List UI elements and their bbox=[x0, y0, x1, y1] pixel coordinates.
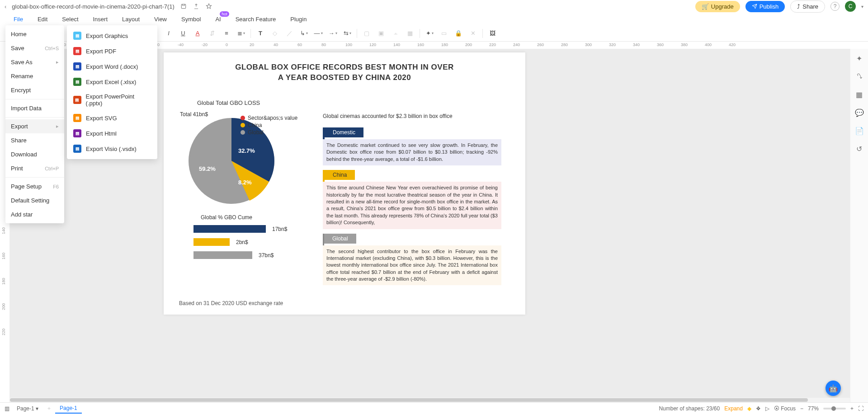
layer-button-2[interactable]: ▣ bbox=[376, 28, 386, 38]
file-menu-save[interactable]: SaveCtrl+S bbox=[5, 41, 64, 55]
legend-china: China bbox=[248, 122, 262, 128]
page-tab-active[interactable]: Page-1 bbox=[55, 404, 82, 414]
share-label: Share bbox=[802, 3, 818, 10]
italic-button[interactable]: I bbox=[164, 28, 174, 38]
layer-button-1[interactable]: ▢ bbox=[362, 28, 372, 38]
right-column: Global cinemas accounted for $2.3 billio… bbox=[323, 113, 501, 290]
underline-button[interactable]: U bbox=[178, 28, 188, 38]
menu-edit[interactable]: Edit bbox=[38, 16, 47, 23]
avatar[interactable]: C bbox=[845, 1, 856, 12]
pie-label-china: 8.2% bbox=[238, 179, 252, 186]
menu-view[interactable]: View bbox=[154, 16, 167, 23]
publish-button[interactable]: Publish bbox=[745, 1, 785, 12]
file-menu-encrypt[interactable]: Encrypt bbox=[5, 83, 64, 97]
right-heading: Global cinemas accounted for $2.3 billio… bbox=[323, 113, 501, 119]
star-icon[interactable] bbox=[205, 3, 212, 10]
pie-title: Global Total GBO LOSS bbox=[197, 99, 260, 106]
back-icon[interactable]: ‹ bbox=[5, 3, 6, 10]
file-menu-default-setting[interactable]: Default Setting bbox=[5, 193, 64, 207]
align-obj-button[interactable]: ⫠ bbox=[391, 28, 401, 38]
export-export-html[interactable]: ▤Export Html bbox=[67, 126, 157, 141]
file-menu-download[interactable]: Download bbox=[5, 147, 64, 161]
export-export-graphics[interactable]: ▤Export Graphics bbox=[67, 28, 157, 43]
file-menu-export[interactable]: Export▸ bbox=[5, 119, 64, 133]
panel-toggle-icon[interactable]: ⭛ bbox=[854, 71, 864, 81]
export-export-visio-vsdx-[interactable]: ▤Export Visio (.vsdx) bbox=[67, 141, 157, 156]
export-export-svg[interactable]: ▤Export SVG bbox=[67, 110, 157, 126]
page-content[interactable]: GLOBAL BOX OFFICE RECORDS BEST MONTH IN … bbox=[164, 52, 525, 315]
menu-layout[interactable]: Layout bbox=[122, 16, 140, 23]
history-icon[interactable]: ↺ bbox=[854, 144, 864, 154]
line-dash-button[interactable]: → bbox=[328, 28, 338, 38]
align-vert-button[interactable]: ⇵ bbox=[207, 28, 217, 38]
lock-button[interactable]: 🔒 bbox=[453, 28, 463, 38]
menu-ai[interactable]: AIhot bbox=[215, 16, 221, 23]
export-icon[interactable] bbox=[193, 3, 200, 10]
menu-plugin[interactable]: Plugin bbox=[290, 16, 307, 23]
h-scrollbar[interactable] bbox=[10, 398, 850, 402]
fullscreen-icon[interactable]: ⛶ bbox=[858, 405, 863, 412]
comment-icon[interactable]: 💬 bbox=[854, 108, 864, 118]
focus-toggle[interactable]: ⦿ Focus bbox=[774, 405, 796, 412]
text-tool-button[interactable]: T bbox=[255, 28, 265, 38]
doc-icon[interactable]: 📄 bbox=[854, 126, 864, 136]
file-menu-share[interactable]: Share bbox=[5, 133, 64, 147]
file-menu-rename[interactable]: Rename bbox=[5, 69, 64, 83]
line-spacing-button[interactable]: ≣ bbox=[236, 28, 246, 38]
align-left-button[interactable]: ≡ bbox=[222, 28, 231, 38]
upgrade-label: Upgrade bbox=[711, 3, 734, 10]
pie-legend: Sector&apos;s value China Global bbox=[241, 115, 297, 136]
crop-button[interactable]: ▭ bbox=[439, 28, 449, 38]
menu-file[interactable]: File bbox=[14, 16, 23, 23]
tools-button[interactable]: ✕ bbox=[468, 28, 478, 38]
chat-bubble-icon[interactable]: 🤖 bbox=[826, 381, 841, 396]
grid-icon[interactable]: ▦ bbox=[854, 89, 864, 99]
zoom-value: 77% bbox=[808, 405, 819, 412]
effects-button[interactable]: ✦ bbox=[425, 28, 434, 38]
menu-select[interactable]: Select bbox=[62, 16, 78, 23]
shapes-count: Number of shapes: 23/60 bbox=[659, 405, 720, 412]
layers-icon[interactable]: ❖ bbox=[756, 405, 761, 412]
image-button[interactable]: 🖼 bbox=[487, 28, 497, 38]
line-weight-button[interactable]: ― bbox=[313, 28, 323, 38]
menu-search-feature[interactable]: Search Feature bbox=[236, 16, 276, 23]
page-tab-dropdown[interactable]: Page-1 ▾ bbox=[12, 404, 43, 413]
pie-label-domestic: 32.7% bbox=[238, 147, 255, 154]
present-icon[interactable]: ▷ bbox=[765, 405, 769, 412]
export-export-powerpoint-pptx-[interactable]: ▤Export PowerPoint (.pptx) bbox=[67, 89, 157, 110]
document-title: global-box-office-record-of-movie-in-cin… bbox=[12, 3, 175, 10]
title-bar: ‹ global-box-office-record-of-movie-in-c… bbox=[0, 0, 868, 13]
export-export-excel-xlsx-[interactable]: ▤Export Excel (.xlsx) bbox=[67, 74, 157, 89]
arrow-style-button[interactable]: ⇆ bbox=[342, 28, 352, 38]
expand-link[interactable]: Expand bbox=[724, 405, 743, 412]
pages-icon[interactable]: ▥ bbox=[5, 405, 9, 412]
zoom-in-button[interactable]: + bbox=[850, 405, 854, 412]
file-menu-add-star[interactable]: Add star bbox=[5, 207, 64, 221]
zoom-out-button[interactable]: − bbox=[800, 405, 803, 412]
file-menu-page-setup[interactable]: Page SetupF6 bbox=[5, 179, 64, 193]
menu-insert[interactable]: Insert bbox=[93, 16, 108, 23]
fill-button[interactable]: ◇ bbox=[270, 28, 280, 38]
file-menu-print[interactable]: PrintCtrl+P bbox=[5, 161, 64, 175]
right-sidebar: ✦ ⭛ ▦ 💬 📄 ↺ bbox=[850, 49, 868, 402]
export-export-word-docx-[interactable]: ▤Export Word (.docx) bbox=[67, 59, 157, 74]
bar-title: Global % GBO Cume bbox=[201, 214, 252, 221]
help-icon[interactable]: ? bbox=[830, 2, 840, 11]
line-color-button[interactable]: ／ bbox=[284, 28, 294, 38]
group-button[interactable]: ▦ bbox=[405, 28, 415, 38]
avatar-menu-caret[interactable]: ▾ bbox=[861, 4, 863, 9]
share-button[interactable]: ⤴ Share bbox=[790, 0, 825, 13]
connector-button[interactable]: ↳ bbox=[299, 28, 309, 38]
diamond-icon[interactable]: ◆ bbox=[747, 405, 751, 412]
font-color-button[interactable]: A bbox=[193, 28, 203, 38]
file-menu-home[interactable]: Home bbox=[5, 27, 64, 41]
svg-rect-0 bbox=[181, 4, 185, 8]
save-icon[interactable] bbox=[180, 3, 187, 10]
export-export-pdf[interactable]: ▤Export PDF bbox=[67, 43, 157, 59]
file-menu-import-data[interactable]: Import Data bbox=[5, 101, 64, 115]
file-menu-save-as[interactable]: Save As▸ bbox=[5, 55, 64, 69]
upgrade-button[interactable]: 🛒 Upgrade bbox=[695, 1, 740, 12]
menu-symbol[interactable]: Symbol bbox=[181, 16, 201, 23]
pointer-tool-icon[interactable]: ✦ bbox=[854, 53, 864, 63]
bar-chart: 17bn$2bn$37bn$ bbox=[193, 225, 287, 264]
